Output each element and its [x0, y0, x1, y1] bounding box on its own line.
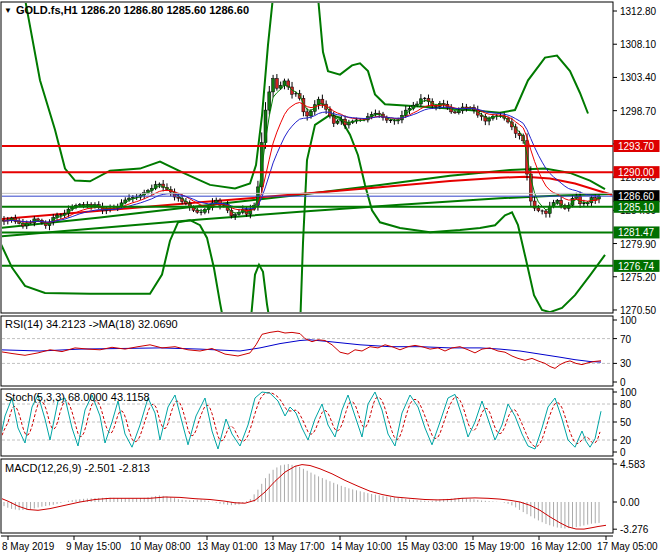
chart-window: 1312.801308.101303.401298.701294.001289.… — [0, 0, 660, 560]
chart-title: GOLD.fs,H1 1286.20 1286.80 1285.60 1286.… — [16, 4, 249, 16]
price-badge-label: 1276.74 — [618, 261, 655, 272]
price-chart-canvas[interactable]: 1312.801308.101303.401298.701294.001289.… — [0, 0, 660, 560]
rsi-tick-label: 70 — [620, 334, 632, 345]
macd-tick-label: 0.00 — [620, 497, 640, 508]
time-label: 8 May 2019 — [2, 541, 55, 552]
price-tick-label: 1312.80 — [620, 6, 657, 17]
candle-body — [488, 118, 491, 121]
time-label: 13 May 17:00 — [264, 541, 325, 552]
price-tick-label: 1275.20 — [620, 272, 657, 283]
price-badge-label: 1290.00 — [618, 167, 655, 178]
candle-body — [275, 79, 278, 89]
macd-label: MACD(12,26,9) -2.501 -2.813 — [5, 462, 150, 474]
price-badge-label: 1281.47 — [618, 227, 655, 238]
price-badge: 1286.60 — [614, 190, 660, 202]
time-label: 14 May 10:00 — [331, 541, 392, 552]
time-label: 15 May 03:00 — [397, 541, 458, 552]
candle-body — [556, 200, 559, 202]
price-badge: 1281.47 — [614, 226, 660, 238]
price-tick-label: 1279.90 — [620, 239, 657, 250]
candle-body — [78, 204, 81, 205]
time-label: 16 May 12:00 — [531, 541, 592, 552]
macd-tick-label: -3.276 — [620, 524, 649, 535]
stoch-tick-label: 20 — [620, 435, 632, 446]
candle-body — [306, 112, 309, 116]
candle-body — [575, 197, 578, 199]
time-label: 15 May 19:00 — [464, 541, 525, 552]
candle-body — [336, 121, 339, 123]
candle-body — [309, 111, 312, 116]
candle-body — [544, 211, 547, 214]
macd-tick-label: 4.583 — [620, 459, 645, 470]
candle-body — [268, 92, 271, 110]
candle-body — [537, 208, 540, 211]
candle-body — [454, 112, 457, 113]
stoch-tick-label: 80 — [620, 399, 632, 410]
price-axis: 1312.801308.101303.401298.701294.001289.… — [613, 6, 660, 535]
price-badge: 1293.70 — [614, 140, 660, 152]
price-tick-label: 1308.10 — [620, 39, 657, 50]
price-badge: 1285.10 — [614, 201, 660, 213]
price-badge-label: 1285.10 — [618, 202, 655, 213]
time-label: 13 May 01:00 — [197, 541, 258, 552]
price-badge-label: 1293.70 — [618, 141, 655, 152]
time-label: 10 May 08:00 — [130, 541, 191, 552]
rsi-tick-label: 100 — [620, 315, 637, 326]
price-badge-label: 1286.60 — [618, 191, 655, 202]
candle-body — [374, 113, 377, 114]
rsi-tick-label: 30 — [620, 358, 632, 369]
stochastic-label: Stoch(5,3,3) 68.0000 43.1158 — [5, 391, 150, 403]
candle-body — [272, 79, 275, 92]
time-axis: 8 May 20199 May 15:0010 May 08:0013 May … — [2, 536, 658, 552]
price-tick-label: 1298.70 — [620, 106, 657, 117]
candle-body — [234, 214, 237, 215]
price-tick-label: 1303.40 — [620, 72, 657, 83]
symbol-marker-icon: ▼ — [4, 6, 12, 15]
rsi-label: RSI(14) 34.2123 ->MA(18) 32.0690 — [5, 318, 178, 330]
candle-body — [37, 219, 40, 220]
candle-body — [158, 184, 161, 185]
price-badge: 1276.74 — [614, 260, 660, 272]
stoch-tick-label: 0 — [620, 447, 626, 458]
candle-body — [347, 122, 350, 124]
price-badge: 1290.00 — [614, 166, 660, 178]
time-label: 17 May 05:00 — [597, 541, 658, 552]
time-label: 9 May 15:00 — [66, 541, 121, 552]
candle-body — [215, 200, 218, 203]
stoch-tick-label: 100 — [620, 387, 637, 398]
stoch-tick-label: 50 — [620, 417, 632, 428]
